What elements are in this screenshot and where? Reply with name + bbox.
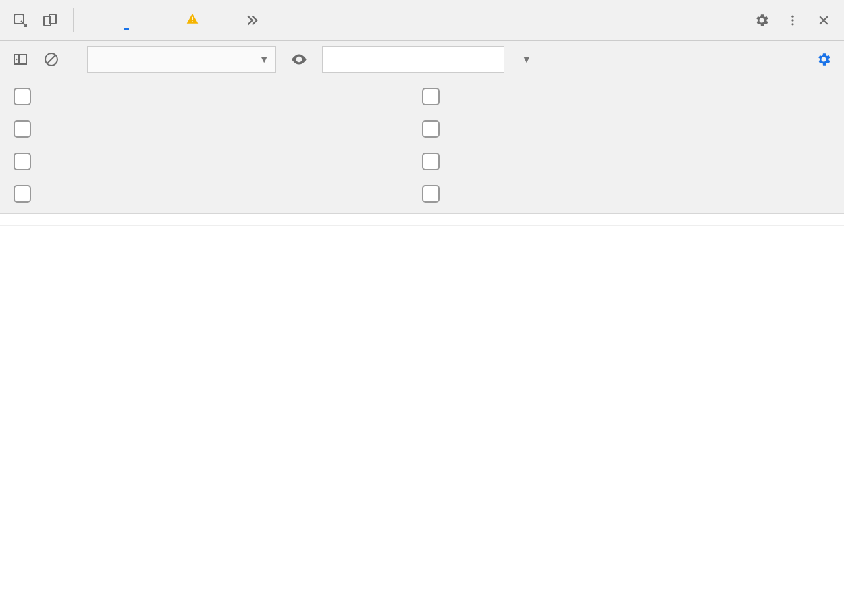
checkbox-icon (14, 88, 31, 105)
checkbox-icon (422, 120, 440, 138)
tab-console[interactable] (124, 9, 129, 30)
svg-rect-3 (192, 17, 193, 20)
checkbox-selected-context[interactable] (14, 153, 422, 170)
filter-input[interactable] (322, 46, 504, 73)
navigation-message (0, 214, 844, 226)
console-settings-gear-icon[interactable] (810, 46, 837, 73)
panel-tabs (94, 3, 727, 37)
tabbar-actions (730, 7, 837, 34)
clear-console-icon[interactable] (38, 46, 65, 73)
more-tabs-icon[interactable] (237, 7, 264, 34)
gear-icon[interactable] (748, 7, 775, 34)
kebab-icon[interactable] (779, 7, 806, 34)
checkbox-icon (14, 153, 31, 170)
log-levels-select[interactable]: ▼ (508, 54, 539, 65)
svg-rect-4 (192, 21, 193, 22)
dropdown-caret-icon: ▼ (522, 54, 531, 65)
tab-sources[interactable] (153, 9, 159, 30)
sidebar-toggle-icon[interactable] (7, 46, 34, 73)
separator (737, 8, 737, 32)
checkbox-log-xhr[interactable] (422, 88, 830, 105)
console-toolbar: ▼ ▼ (0, 41, 844, 78)
svg-point-7 (791, 23, 793, 25)
checkbox-icon (422, 88, 440, 105)
checkbox-icon (422, 185, 440, 203)
separator (73, 8, 74, 32)
svg-point-6 (791, 19, 793, 21)
tab-network[interactable] (183, 3, 207, 37)
device-toggle-icon[interactable] (36, 7, 63, 34)
console-log-area (0, 214, 844, 226)
devtools-tabbar (0, 0, 844, 41)
checkbox-group-similar[interactable] (14, 185, 422, 203)
svg-line-11 (47, 55, 55, 63)
console-settings-panel (0, 78, 844, 214)
checkbox-icon (422, 153, 440, 170)
eye-icon[interactable] (286, 46, 313, 73)
dropdown-caret-icon: ▼ (259, 54, 269, 65)
checkbox-autocomplete[interactable] (422, 153, 830, 170)
checkbox-preserve-log[interactable] (14, 120, 422, 138)
tab-elements[interactable] (94, 9, 99, 30)
checkbox-eval-trigger[interactable] (422, 185, 830, 203)
separator (76, 47, 76, 72)
close-icon[interactable] (810, 7, 837, 34)
checkbox-icon (14, 185, 31, 203)
checkbox-icon (14, 120, 31, 138)
warning-icon (186, 12, 199, 26)
separator (799, 47, 799, 72)
inspect-icon[interactable] (7, 7, 34, 34)
checkbox-hide-network[interactable] (14, 88, 422, 105)
checkbox-eager-eval[interactable] (422, 120, 830, 138)
svg-point-5 (791, 15, 793, 17)
context-select[interactable]: ▼ (87, 46, 276, 73)
